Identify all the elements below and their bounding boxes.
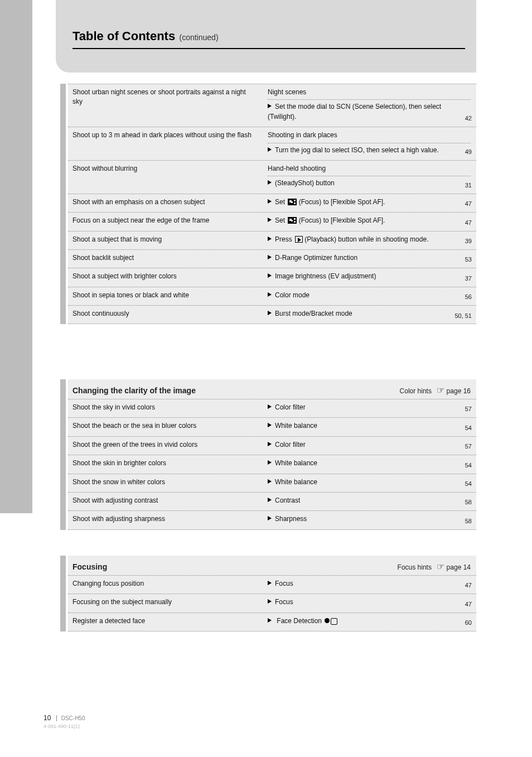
section-block-1: Shoot urban night scenes or shoot portra…	[60, 84, 476, 324]
section-header: Changing the clarity of the imageColor h…	[68, 379, 476, 399]
row-text: Focus	[275, 580, 293, 587]
arrow-icon	[268, 516, 272, 520]
row-right-line: Contrast	[268, 496, 471, 505]
row-right-line: Focus	[268, 597, 471, 607]
row-right-line: Press (Playback) button while in shootin…	[268, 235, 471, 244]
page-ref: 49	[465, 148, 472, 157]
block-body: Changing the clarity of the imageColor h…	[68, 379, 476, 530]
row-left-cell: Shoot the beach or the sea in bluer colo…	[68, 418, 263, 436]
row-text: Color mode	[275, 291, 309, 299]
page-ref: 37	[465, 274, 472, 283]
row-right-line: White balance	[268, 478, 471, 487]
row-right-line: Image brightness (EV adjustment)	[268, 272, 471, 281]
page-ref: 47	[465, 600, 472, 609]
section-header-hint-text: Color hints	[400, 387, 434, 395]
row-text: Image brightness (EV adjustment)	[275, 272, 376, 280]
row-left-cell: Focusing on the subject manually	[68, 594, 263, 612]
row-text: Set	[275, 198, 287, 206]
row-right-line: (SteadyShot) button	[268, 179, 471, 188]
side-tab: Table of Contents	[0, 0, 32, 513]
row-right-line: Hand-held shooting	[268, 164, 471, 176]
row-right-cell: Color filter57	[263, 437, 476, 455]
row-right-line: White balance	[268, 421, 471, 431]
arrow-icon	[268, 423, 272, 427]
row-left-cell: Shoot backlit subject	[68, 250, 263, 268]
row-right-line: Set (Focus) to [Flexible Spot AF].	[268, 197, 471, 207]
table-row: Shoot the beach or the sea in bluer colo…	[68, 418, 476, 436]
row-left-cell: Shoot continuously	[68, 306, 263, 324]
table-row: Register a detected face Face Detection …	[68, 613, 476, 631]
row-left-cell: Shoot with adjusting contrast	[68, 493, 263, 510]
page-ref: 31	[465, 181, 472, 190]
row-text: (Focus) to [Flexible Spot AF].	[297, 216, 385, 224]
row-left-cell: Shoot with adjusting sharpness	[68, 511, 263, 529]
row-right-cell: Night scenesSet the mode dial to SCN (Sc…	[263, 84, 476, 127]
page-ref: 57	[465, 442, 472, 451]
row-text: Color filter	[275, 441, 306, 449]
row-right-cell: Sharpness58	[263, 511, 476, 529]
row-left-cell: Shoot a subject with brighter colors	[68, 268, 263, 286]
row-text: D-Range Optimizer function	[275, 254, 357, 262]
row-text: Burst mode/Bracket mode	[275, 310, 352, 317]
row-right-line: Set (Focus) to [Flexible Spot AF].	[268, 216, 471, 225]
side-tab-label: Table of Contents	[7, 0, 13, 78]
row-right-line: Color filter	[268, 403, 471, 412]
table-row: Shoot without blurringHand-held shooting…	[68, 161, 476, 194]
row-text: (SteadyShot) button	[275, 179, 335, 187]
row-right-cell: Burst mode/Bracket mode50, 51	[263, 306, 476, 324]
row-text: Hand-held shooting	[268, 165, 326, 172]
arrow-icon	[268, 404, 272, 409]
row-text: Set	[275, 216, 287, 224]
table-row: Shoot backlit subjectD-Range Optimizer f…	[68, 250, 476, 268]
row-left-cell: Focus on a subject near the edge of the …	[68, 213, 263, 230]
table-row: Focus on a subject near the edge of the …	[68, 213, 476, 231]
row-text: White balance	[275, 478, 317, 486]
table-row: Shoot in sepia tones or black and whiteC…	[68, 287, 476, 306]
row-text: Set the mode dial to SCN (Scene Selectio…	[268, 103, 441, 120]
row-left-cell: Shoot a subject that is moving	[68, 232, 263, 249]
row-left-cell: Register a detected face	[68, 613, 263, 631]
row-right-cell: Focus47	[263, 594, 476, 612]
row-left-cell: Shoot without blurring	[68, 161, 263, 194]
page-title: Table of Contents	[72, 29, 175, 43]
page-ref: 54	[465, 480, 472, 489]
section-header: FocusingFocus hints ☞ page 14	[68, 556, 476, 575]
page-ref: 60	[465, 619, 472, 628]
row-left-cell: Changing focus position	[68, 576, 263, 594]
row-right-line: D-Range Optimizer function	[268, 253, 471, 263]
page-ref: 47	[465, 219, 472, 228]
table-row: Shoot a subject with brighter colorsImag…	[68, 268, 476, 287]
row-right-line: Focus	[268, 579, 471, 589]
table-row: Shoot urban night scenes or shoot portra…	[68, 84, 476, 127]
section-header-right: Color hints ☞ page 16	[400, 385, 471, 396]
section-header-right: Focus hints ☞ page 14	[398, 561, 471, 572]
row-right-line: Shooting in dark places	[268, 131, 471, 143]
hint-icon: ☞	[437, 385, 444, 395]
page-ref: 56	[465, 293, 472, 302]
arrow-icon	[268, 255, 272, 259]
page-ref: 57	[465, 405, 472, 414]
page-ref: 58	[465, 517, 472, 526]
row-right-cell: Color filter57	[263, 399, 476, 417]
arrow-icon	[268, 581, 272, 585]
row-right-line: Burst mode/Bracket mode	[268, 309, 471, 319]
row-text: (Focus) to [Flexible Spot AF].	[297, 198, 385, 206]
page-ref: 47	[465, 581, 472, 590]
row-text: Color filter	[275, 403, 306, 411]
row-text: Press	[275, 235, 294, 243]
row-right-line: Color mode	[268, 291, 471, 300]
row-left-cell: Shoot with an emphasis on a chosen subje…	[68, 194, 263, 212]
row-right-cell: Set (Focus) to [Flexible Spot AF].47	[263, 213, 476, 230]
section-header-left: Focusing	[72, 562, 107, 571]
row-right-cell: White balance54	[263, 474, 476, 492]
row-text: Contrast	[275, 496, 300, 504]
page-ref: 50, 51	[454, 312, 472, 321]
table-row: Shoot the green of the trees in vivid co…	[68, 437, 476, 455]
row-right-cell: Face Detection 60	[263, 613, 476, 631]
arrow-icon	[268, 237, 272, 241]
section-block-3: FocusingFocus hints ☞ page 14Changing fo…	[60, 556, 476, 631]
table-row: Shoot a subject that is movingPress (Pla…	[68, 232, 476, 250]
page-ref: 47	[465, 200, 472, 209]
title-row: Table of Contents (continued)	[72, 29, 465, 49]
face-icon	[325, 617, 337, 625]
